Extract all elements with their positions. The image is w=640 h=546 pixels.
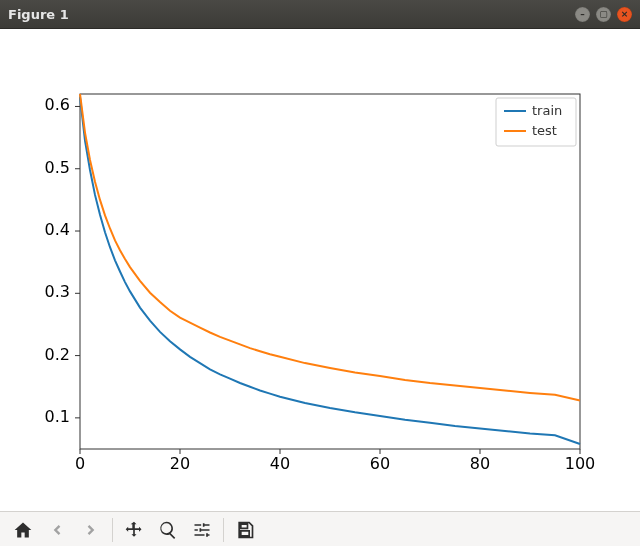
window-title: Figure 1	[8, 7, 69, 22]
x-tick-label: 40	[270, 454, 290, 473]
y-tick-label: 0.1	[45, 407, 70, 426]
toolbar-separator	[223, 518, 224, 542]
forward-button[interactable]	[74, 515, 108, 545]
back-icon	[47, 520, 67, 540]
sliders-icon	[192, 520, 212, 540]
series-train	[80, 97, 580, 444]
x-tick-label: 100	[565, 454, 596, 473]
x-tick-label: 0	[75, 454, 85, 473]
x-tick-label: 20	[170, 454, 190, 473]
legend-label-train: train	[532, 103, 562, 118]
back-button[interactable]	[40, 515, 74, 545]
configure-button[interactable]	[185, 515, 219, 545]
window-controls: – ▢ ×	[575, 7, 632, 22]
pan-button[interactable]	[117, 515, 151, 545]
plot-border	[80, 94, 580, 449]
window-titlebar: Figure 1 – ▢ ×	[0, 0, 640, 29]
move-icon	[124, 520, 144, 540]
minimize-icon[interactable]: –	[575, 7, 590, 22]
x-tick-label: 80	[470, 454, 490, 473]
chart-canvas: 0204060801000.10.20.30.40.50.6traintest	[0, 29, 640, 511]
y-tick-label: 0.4	[45, 220, 70, 239]
forward-icon	[81, 520, 101, 540]
toolbar-separator	[112, 518, 113, 542]
home-icon	[13, 520, 33, 540]
home-button[interactable]	[6, 515, 40, 545]
x-tick-label: 60	[370, 454, 390, 473]
y-tick-label: 0.3	[45, 282, 70, 301]
line-chart: 0204060801000.10.20.30.40.50.6traintest	[0, 29, 640, 511]
save-button[interactable]	[228, 515, 262, 545]
y-tick-label: 0.2	[45, 345, 70, 364]
zoom-button[interactable]	[151, 515, 185, 545]
y-tick-label: 0.6	[45, 95, 70, 114]
zoom-icon	[158, 520, 178, 540]
save-icon	[235, 520, 255, 540]
maximize-icon[interactable]: ▢	[596, 7, 611, 22]
y-tick-label: 0.5	[45, 158, 70, 177]
close-icon[interactable]: ×	[617, 7, 632, 22]
mpl-toolbar	[0, 511, 640, 546]
legend-label-test: test	[532, 123, 557, 138]
